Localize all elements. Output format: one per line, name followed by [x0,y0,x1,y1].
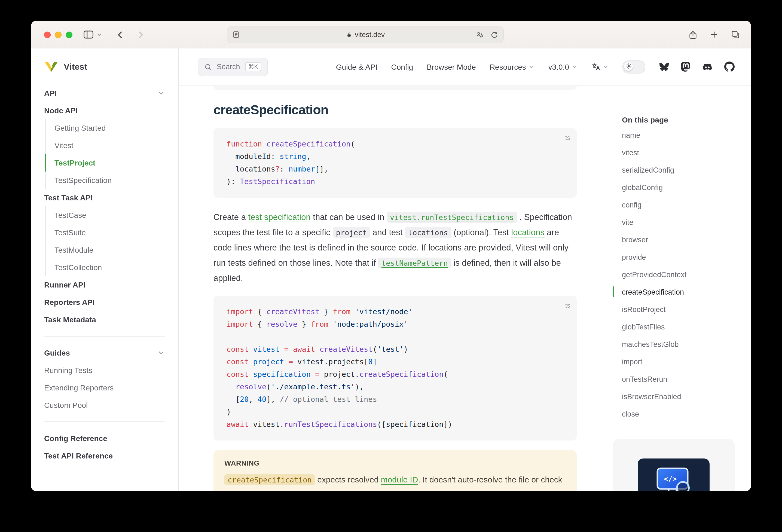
sidebar-item-getting-started[interactable]: Getting Started [45,119,165,137]
minimize-button[interactable] [55,31,62,38]
code-line: moduleId: string, [226,150,564,163]
sidebar-item-testmodule[interactable]: TestModule [45,241,165,259]
sidebar-item-guides[interactable]: Guides [44,344,165,361]
tab-group-menu[interactable] [96,32,102,38]
toc-item-globtestfiles[interactable]: globTestFiles [622,318,738,335]
reload-icon[interactable] [490,31,498,39]
text-link-module-id[interactable]: module ID [381,475,418,484]
site-logo-text: Vitest [64,62,87,72]
sidebar-item-extending-reporters[interactable]: Extending Reporters [44,379,165,396]
svg-text:</>: </> [664,475,677,483]
back-button[interactable] [115,30,125,39]
sidebar-item-testproject[interactable]: TestProject [45,154,165,172]
address-bar[interactable]: vitest.dev [227,26,504,43]
forward-icon [136,30,145,39]
toc-item-isbrowserenabled[interactable]: isBrowserEnabled [622,388,738,405]
sidebar-item-label: API [44,89,57,98]
toc-item-vite[interactable]: vite [622,213,738,231]
sidebar-item-testspecification[interactable]: TestSpecification [45,172,165,189]
url-text: vitest.dev [355,31,385,39]
sidebar-item-vitest[interactable]: Vitest [45,137,165,154]
theme-toggle[interactable] [623,60,645,73]
toc-item-matchestestglob[interactable]: matchesTestGlob [622,335,738,353]
chevron-down-icon [157,349,165,357]
forward-button[interactable] [136,30,145,39]
sidebar-item-label: TestModule [55,246,94,254]
toc-item-name[interactable]: name [622,126,738,144]
sidebar-item-testcase[interactable]: TestCase [45,206,165,224]
sidebar-item-task-metadata[interactable]: Task Metadata [44,311,165,328]
tab-overview-button[interactable] [731,30,740,39]
sidebar-item-custom-pool[interactable]: Custom Pool [44,396,165,414]
text-run: that can be used in [311,212,387,222]
toc-item-config[interactable]: config [622,196,738,213]
toc-item-browser[interactable]: browser [622,231,738,248]
nav-link-config[interactable]: Config [391,62,413,71]
toc-item-serializedconfig[interactable]: serializedConfig [622,161,738,179]
sidebar-item-testcollection[interactable]: TestCollection [45,259,165,276]
toc-item-ontestsrerun[interactable]: onTestsRerun [622,370,738,388]
sidebar-item-label: Reporters API [44,298,95,307]
sidebar-item-runner-api[interactable]: Runner API [44,276,165,293]
github-icon [724,62,735,72]
bluesky-icon [659,62,669,71]
mastodon-link[interactable] [681,62,690,72]
sidebar-item-running-tests[interactable]: Running Tests [44,361,165,379]
zoom-button[interactable] [66,31,72,38]
nav-link-resources[interactable]: Resources [490,62,535,71]
sidebar-item-test-task-api[interactable]: Test Task API [44,189,165,206]
toc-item-provide[interactable]: provide [622,248,738,266]
text-run: (optional). Test [451,227,511,237]
github-link[interactable] [724,62,735,72]
inline-code: project [333,227,370,238]
search-button[interactable]: Search ⌘K [198,58,268,76]
code-line: locations?: number[], [226,163,564,175]
discord-link[interactable] [702,62,713,71]
sidebar-item-api[interactable]: API [44,84,165,102]
inline-code-link[interactable]: testNamePattern [378,257,451,269]
sidebar-item-test-api-reference[interactable]: Test API Reference [44,447,165,464]
lock-icon [346,31,352,38]
nav-link-v3-0-0[interactable]: v3.0.0 [548,62,578,71]
close-button[interactable] [44,31,51,38]
translate-icon[interactable] [476,31,484,39]
sidebar-item-config-reference[interactable]: Config Reference [44,430,165,447]
code-line: import { createVitest } from 'vitest/nod… [226,306,564,318]
bluesky-link[interactable] [659,62,669,71]
toc-item-createspecification[interactable]: createSpecification [622,283,738,300]
share-button[interactable] [688,30,698,39]
page-title: createSpecification [213,102,577,118]
page: Vitest APINode APIGetting StartedVitestT… [31,48,751,491]
sidebar-toggle-button[interactable] [83,30,94,39]
new-tab-button[interactable] [710,30,719,39]
sidebar-item-testsuite[interactable]: TestSuite [45,224,165,241]
search-label: Search [217,63,240,71]
text-link-locations[interactable]: locations [511,227,544,237]
page-format-button[interactable] [232,26,240,43]
search-shortcut: ⌘K [245,62,262,71]
language-menu[interactable] [592,62,609,71]
nav-link-guide-api[interactable]: Guide & API [336,62,378,71]
nav-link-browser-mode[interactable]: Browser Mode [427,62,476,71]
toc-item-getprovidedcontext[interactable]: getProvidedContext [622,266,738,283]
text-link-test-specification[interactable]: test specification [248,212,311,222]
sidebar-item-label: Extending Reporters [44,383,113,392]
site-logo[interactable]: Vitest [44,59,165,75]
chevron-down-icon [157,89,165,97]
toc-item-globalconfig[interactable]: globalConfig [622,179,738,196]
toc-item-close[interactable]: close [622,405,738,423]
toc-item-isrootproject[interactable]: isRootProject [622,300,738,318]
toc-item-import[interactable]: import [622,353,738,370]
social-links [659,62,735,72]
sidebar-toggle-icon [83,30,94,39]
new-tab-icon [710,30,719,39]
sidebar-item-node-api[interactable]: Node API [44,102,165,119]
sidebar-item-reporters-api[interactable]: Reporters API [44,293,165,311]
sidebar-divider [44,422,165,422]
inline-code-link[interactable]: vitest.runTestSpecifications [387,212,517,223]
code-line [226,330,564,343]
navbar-right: Guide & APIConfigBrowser ModeResourcesv3… [336,60,735,73]
ad-card[interactable]: </> [613,439,735,491]
toc-item-vitest[interactable]: vitest [622,144,738,161]
chevron-down-icon [602,64,609,70]
